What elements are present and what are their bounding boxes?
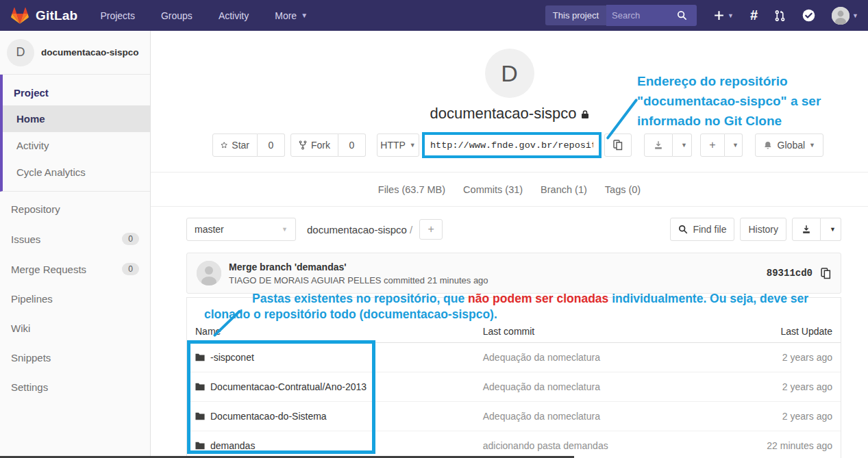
- download-repo-caret[interactable]: ▼: [821, 218, 841, 241]
- commits-stat-link[interactable]: Commits (31): [463, 184, 523, 195]
- project-avatar: D: [485, 49, 534, 98]
- committer-avatar[interactable]: [197, 261, 221, 285]
- history-button[interactable]: History: [740, 218, 786, 241]
- tanuki-icon: [11, 7, 29, 25]
- commit-sha: 89311cd0: [767, 268, 813, 279]
- folder-link[interactable]: demandas: [195, 440, 467, 451]
- sidebar-item-repository[interactable]: Repository: [0, 194, 150, 224]
- branch-selector[interactable]: master▼: [186, 218, 296, 241]
- clone-url-input[interactable]: [425, 135, 599, 155]
- table-row: demandas adicionando pasta demandas 22 m…: [187, 431, 841, 458]
- merge-requests-shortcut-button[interactable]: [774, 10, 786, 22]
- download-icon: [654, 140, 663, 150]
- download-icon: [802, 225, 811, 234]
- star-count[interactable]: 0: [258, 133, 285, 157]
- fork-button[interactable]: Fork: [290, 133, 338, 157]
- issues-count-badge: 0: [122, 233, 139, 245]
- sidebar-item-wiki[interactable]: Wiki: [0, 314, 150, 343]
- gitlab-logo[interactable]: GitLab: [0, 7, 87, 25]
- chevron-down-icon: ▼: [282, 226, 288, 233]
- sidebar-item-issues[interactable]: Issues0: [0, 224, 150, 254]
- commit-message-link[interactable]: Adequação da nomeclatura: [483, 411, 600, 422]
- download-repo-button[interactable]: [792, 218, 821, 241]
- merge-requests-count-badge: 0: [122, 263, 139, 275]
- fork-count[interactable]: 0: [338, 133, 366, 157]
- chevron-down-icon: ▼: [830, 226, 836, 233]
- table-row: Documentacao-do-Sistema Adequação da nom…: [187, 402, 841, 431]
- breadcrumb: documentacao-sispco/: [307, 224, 415, 236]
- folder-icon: [195, 442, 205, 450]
- sidebar-group-project[interactable]: Project: [3, 79, 150, 105]
- last-update: 2 years ago: [782, 352, 832, 363]
- sidebar-item-snippets[interactable]: Snippets: [0, 343, 150, 372]
- copy-sha-button[interactable]: [821, 268, 831, 279]
- sidebar-item-merge-requests[interactable]: Merge Requests0: [0, 254, 150, 284]
- last-commit-panel: Merge branch 'demandas' TIAGO DE MORAIS …: [186, 253, 841, 294]
- file-tree-panel: Name Last commit Last Update -sispconet …: [186, 297, 841, 458]
- commit-message-link[interactable]: Adequação da nomeclatura: [483, 352, 600, 363]
- project-avatar-small: D: [7, 39, 34, 66]
- todos-button[interactable]: [802, 9, 815, 22]
- project-title: documentacao-sispco: [430, 105, 576, 122]
- sidebar-item-activity[interactable]: Activity: [3, 132, 150, 159]
- search-scope-label: This project: [545, 5, 606, 25]
- commit-message-link[interactable]: Adequação da nomeclatura: [483, 381, 600, 392]
- folder-link[interactable]: Documentacao-Contratual/Ano-2013: [195, 381, 467, 392]
- avatar-person-icon: [832, 7, 850, 25]
- plus-icon: [713, 10, 725, 21]
- issues-shortcut-button[interactable]: #: [750, 8, 758, 23]
- copy-url-button[interactable]: [604, 133, 632, 157]
- folder-icon: [195, 412, 205, 420]
- find-file-button[interactable]: Find file: [670, 218, 734, 241]
- sidebar-project-name: documentacao-sispco: [41, 47, 139, 58]
- download-options-caret[interactable]: ▼: [673, 133, 692, 157]
- commit-meta: TIAGO DE MORAIS AGUIAR PELLES committed …: [229, 275, 488, 285]
- nav-projects[interactable]: Projects: [87, 0, 148, 31]
- hash-icon: #: [750, 8, 758, 23]
- sidebar-project-header[interactable]: D documentacao-sispco: [0, 31, 150, 75]
- nav-more[interactable]: More▼: [262, 0, 321, 31]
- sidebar-item-pipelines[interactable]: Pipelines: [0, 284, 150, 314]
- files-stat-link[interactable]: Files (63.7 MB): [378, 184, 445, 195]
- sidebar-item-home[interactable]: Home: [3, 105, 150, 132]
- top-navbar: GitLab Projects Groups Activity More▼ Th…: [0, 0, 868, 31]
- bell-icon: [763, 140, 773, 151]
- sidebar-project-group: Project Home Activity Cycle Analytics: [0, 75, 150, 192]
- sidebar-item-settings[interactable]: Settings: [0, 372, 150, 402]
- breadcrumb-project-link[interactable]: documentacao-sispco: [307, 224, 407, 236]
- create-new-caret[interactable]: ▼: [725, 133, 743, 157]
- search-box[interactable]: [606, 5, 697, 26]
- notification-setting-button[interactable]: Global▼: [755, 133, 823, 157]
- clipboard-icon: [613, 140, 623, 151]
- table-row: -sispconet Adequação da nomeclatura 2 ye…: [187, 343, 841, 372]
- fork-icon: [299, 140, 307, 150]
- download-source-button[interactable]: [644, 133, 673, 157]
- col-header-last-update: Last Update: [736, 323, 841, 343]
- gitlab-wordmark: GitLab: [36, 8, 77, 23]
- check-circle-icon: [802, 9, 815, 22]
- star-button[interactable]: Star: [212, 133, 258, 157]
- nav-groups[interactable]: Groups: [148, 0, 206, 31]
- private-lock-icon: [581, 105, 589, 123]
- commit-title-link[interactable]: Merge branch 'demandas': [229, 262, 488, 272]
- nav-activity[interactable]: Activity: [206, 0, 262, 31]
- folder-link[interactable]: Documentacao-do-Sistema: [195, 411, 467, 422]
- folder-link[interactable]: -sispconet: [195, 352, 467, 363]
- project-sidebar: D documentacao-sispco Project Home Activ…: [0, 31, 151, 458]
- add-file-button[interactable]: +: [419, 219, 443, 240]
- tags-stat-link[interactable]: Tags (0): [605, 184, 641, 195]
- folder-icon: [195, 353, 205, 361]
- star-icon: [221, 140, 227, 150]
- protocol-dropdown[interactable]: HTTP▼: [377, 133, 419, 157]
- user-avatar[interactable]: [832, 7, 850, 25]
- chevron-down-icon: ▼: [410, 142, 416, 149]
- new-menu-button[interactable]: ▼: [713, 10, 734, 21]
- create-new-button[interactable]: +: [700, 133, 725, 157]
- commit-message-link[interactable]: adicionando pasta demandas: [483, 440, 608, 451]
- avatar-person-icon: [197, 261, 221, 285]
- sidebar-item-cycle-analytics[interactable]: Cycle Analytics: [3, 159, 150, 186]
- search-input[interactable]: [612, 10, 677, 21]
- branch-stat-link[interactable]: Branch (1): [541, 184, 587, 195]
- table-row: Documentacao-Contratual/Ano-2013 Adequaç…: [187, 372, 841, 402]
- merge-request-icon: [774, 10, 786, 22]
